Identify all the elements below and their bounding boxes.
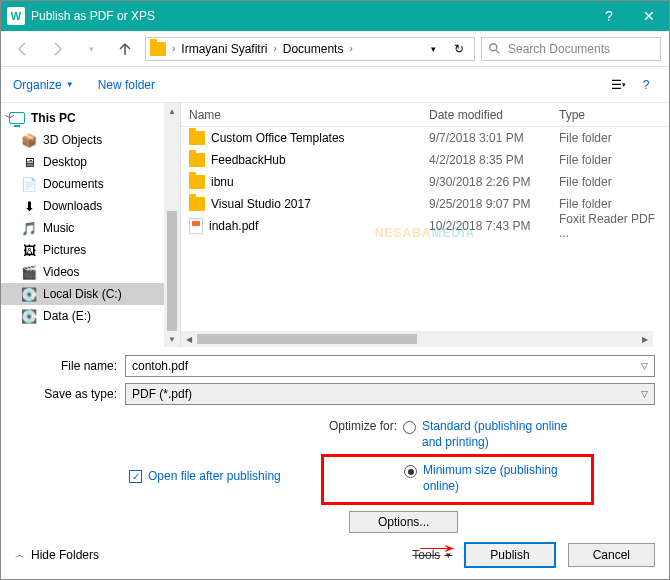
file-date: 9/25/2018 9:07 PM bbox=[421, 197, 551, 211]
tree-item[interactable]: 🖼Pictures bbox=[1, 239, 180, 261]
folder-icon bbox=[150, 42, 166, 56]
save-type-label: Save as type: bbox=[15, 387, 125, 401]
publish-button[interactable]: Publish bbox=[464, 542, 555, 568]
footer: ︿ Hide Folders Tools▼ Publish Cancel bbox=[1, 531, 669, 579]
item-icon: 🖥 bbox=[21, 154, 37, 170]
file-date: 4/2/2018 8:35 PM bbox=[421, 153, 551, 167]
new-folder-button[interactable]: New folder bbox=[98, 78, 155, 92]
view-options-button[interactable]: ☰▾ bbox=[607, 74, 629, 96]
scroll-thumb[interactable] bbox=[167, 211, 177, 331]
tree-item[interactable]: 🖥Desktop bbox=[1, 151, 180, 173]
file-list: Name Date modified Type Custom Office Te… bbox=[181, 103, 669, 347]
tree-item[interactable]: ⬇Downloads bbox=[1, 195, 180, 217]
breadcrumb-segment[interactable]: Documents bbox=[281, 42, 346, 56]
help-icon[interactable]: ? bbox=[635, 74, 657, 96]
file-date: 9/7/2018 3:01 PM bbox=[421, 131, 551, 145]
tree-item[interactable]: 📄Documents bbox=[1, 173, 180, 195]
scroll-right-icon[interactable]: ▶ bbox=[637, 331, 653, 347]
folder-icon bbox=[189, 197, 205, 211]
tree-item-label: Desktop bbox=[43, 155, 87, 169]
toolbar: Organize▼ New folder ☰▾ ? bbox=[1, 67, 669, 103]
tree-item[interactable]: 🎬Videos bbox=[1, 261, 180, 283]
cancel-button[interactable]: Cancel bbox=[568, 543, 655, 567]
chevron-right-icon: › bbox=[347, 43, 354, 54]
organize-button[interactable]: Organize▼ bbox=[13, 78, 74, 92]
breadcrumb-segment[interactable]: Irmayani Syafitri bbox=[179, 42, 269, 56]
refresh-button[interactable]: ↻ bbox=[448, 38, 470, 60]
sidebar-scrollbar[interactable]: ▲ ▼ bbox=[164, 103, 180, 347]
scroll-down-icon[interactable]: ▼ bbox=[164, 331, 180, 347]
tree-item-label: Downloads bbox=[43, 199, 102, 213]
chevron-down-icon[interactable]: ▽ bbox=[641, 389, 648, 399]
radio-icon bbox=[403, 421, 416, 434]
file-date: 10/2/2018 7:43 PM bbox=[421, 219, 551, 233]
navigation-bar: ▾ › Irmayani Syafitri › Documents › ▾ ↻ … bbox=[1, 31, 669, 67]
word-icon: W bbox=[7, 7, 25, 25]
up-button[interactable] bbox=[111, 35, 139, 63]
forward-button[interactable] bbox=[43, 35, 71, 63]
save-type-select[interactable]: PDF (*.pdf)▽ bbox=[125, 383, 655, 405]
tools-button[interactable]: Tools▼ bbox=[412, 548, 452, 562]
checkbox-icon: ✓ bbox=[129, 470, 142, 483]
radio-standard[interactable]: Standard (publishing online and printing… bbox=[403, 419, 582, 450]
tree-item[interactable]: 🎵Music bbox=[1, 217, 180, 239]
hide-folders-button[interactable]: ︿ Hide Folders bbox=[15, 548, 99, 562]
tree-item-label: Documents bbox=[43, 177, 104, 191]
file-name: Custom Office Templates bbox=[211, 131, 345, 145]
item-icon: ⬇ bbox=[21, 198, 37, 214]
title-bar: W Publish as PDF or XPS ? ✕ bbox=[1, 1, 669, 31]
help-button[interactable]: ? bbox=[589, 1, 629, 31]
item-icon: 🎵 bbox=[21, 220, 37, 236]
chevron-right-icon: › bbox=[170, 43, 177, 54]
open-after-checkbox[interactable]: ✓ Open file after publishing bbox=[129, 419, 329, 533]
radio-icon bbox=[404, 465, 417, 478]
breadcrumb[interactable]: › Irmayani Syafitri › Documents › ▾ ↻ bbox=[145, 37, 475, 61]
table-row[interactable]: Custom Office Templates 9/7/2018 3:01 PM… bbox=[181, 127, 669, 149]
chevron-up-icon: ︿ bbox=[15, 548, 25, 562]
content-area: ﹀ This PC 📦3D Objects🖥Desktop📄Documents⬇… bbox=[1, 103, 669, 347]
pdf-icon bbox=[189, 218, 203, 234]
scroll-up-icon[interactable]: ▲ bbox=[164, 103, 180, 119]
tree-item-label: Local Disk (C:) bbox=[43, 287, 122, 301]
file-name: FeedbackHub bbox=[211, 153, 286, 167]
tree-root-this-pc[interactable]: ﹀ This PC bbox=[1, 107, 180, 129]
recent-button[interactable]: ▾ bbox=[77, 35, 105, 63]
tree-item[interactable]: 📦3D Objects bbox=[1, 129, 180, 151]
folder-icon bbox=[189, 175, 205, 189]
tree-item[interactable]: 💽Local Disk (C:) bbox=[1, 283, 180, 305]
optimize-label: Optimize for: bbox=[329, 419, 397, 450]
back-button[interactable] bbox=[9, 35, 37, 63]
close-button[interactable]: ✕ bbox=[629, 1, 669, 31]
chevron-right-icon: › bbox=[271, 43, 278, 54]
chevron-down-icon[interactable]: ▽ bbox=[641, 361, 648, 371]
pc-icon bbox=[9, 110, 25, 126]
publish-options: ✓ Open file after publishing Optimize fo… bbox=[1, 419, 669, 533]
scroll-thumb[interactable] bbox=[197, 334, 417, 344]
chevron-down-icon: ▼ bbox=[444, 551, 452, 560]
radio-minimum[interactable]: Minimum size (publishing online) bbox=[404, 463, 583, 494]
folder-icon bbox=[189, 131, 205, 145]
folder-icon bbox=[189, 153, 205, 167]
file-name: Visual Studio 2017 bbox=[211, 197, 311, 211]
horizontal-scrollbar[interactable]: ◀ ▶ bbox=[181, 331, 653, 347]
scroll-left-icon[interactable]: ◀ bbox=[181, 331, 197, 347]
sidebar: ﹀ This PC 📦3D Objects🖥Desktop📄Documents⬇… bbox=[1, 103, 181, 347]
breadcrumb-dropdown[interactable]: ▾ bbox=[422, 38, 444, 60]
file-name: ibnu bbox=[211, 175, 234, 189]
chevron-down-icon: ▼ bbox=[66, 80, 74, 89]
file-name-label: File name: bbox=[15, 359, 125, 373]
table-row[interactable]: FeedbackHub 4/2/2018 8:35 PM File folder bbox=[181, 149, 669, 171]
search-icon bbox=[488, 42, 502, 56]
table-row[interactable]: indah.pdf 10/2/2018 7:43 PM Foxit Reader… bbox=[181, 215, 669, 237]
column-date[interactable]: Date modified bbox=[421, 108, 551, 122]
file-name-input[interactable]: contoh.pdf▽ bbox=[125, 355, 655, 377]
table-row[interactable]: ibnu 9/30/2018 2:26 PM File folder bbox=[181, 171, 669, 193]
tree-item[interactable]: 💽Data (E:) bbox=[1, 305, 180, 327]
tree-item-label: Videos bbox=[43, 265, 79, 279]
column-name[interactable]: Name bbox=[181, 108, 421, 122]
tree-item-label: Data (E:) bbox=[43, 309, 91, 323]
file-type: Foxit Reader PDF ... bbox=[551, 212, 669, 240]
item-icon: 💽 bbox=[21, 308, 37, 324]
column-type[interactable]: Type bbox=[551, 108, 669, 122]
search-input[interactable]: Search Documents bbox=[481, 37, 661, 61]
